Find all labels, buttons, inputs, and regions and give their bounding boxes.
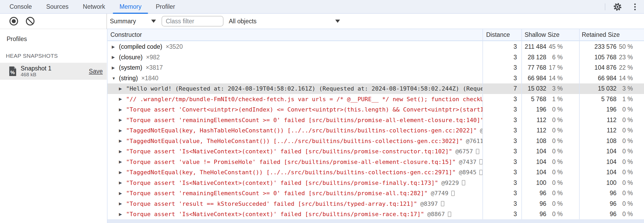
instance-count: ×1840	[141, 75, 159, 82]
distance-cell: 3	[482, 146, 521, 157]
table-row[interactable]: ▶"Torque assert 'remainingElementsCount …	[108, 188, 644, 199]
shallow-size-value: 77 768	[528, 64, 546, 71]
more-options-kebab-icon[interactable]	[630, 2, 640, 12]
object-link-icon[interactable]	[476, 149, 479, 154]
table-row[interactable]: ▶"Torque assert 'Convert<uintptr>(endInd…	[108, 104, 644, 115]
tab-network[interactable]: Network	[76, 0, 112, 13]
chevron-collapsed-icon[interactable]: ▶	[119, 86, 126, 91]
constructor-cell: ▶(closure)×982	[108, 52, 482, 63]
retained-size-value: 96	[610, 200, 616, 207]
table-row[interactable]: ▶"TaggedNotEqual(key, TheHoleConstant())…	[108, 167, 644, 178]
shallow-size-percent: 0 %	[546, 211, 563, 218]
column-separator[interactable]	[482, 29, 483, 223]
chevron-collapsed-icon[interactable]: ▶	[119, 212, 126, 217]
retained-size-percent: 0 %	[616, 127, 633, 134]
column-header-constructor[interactable]: Constructor	[108, 31, 482, 38]
retained-size-value: 100	[606, 179, 616, 186]
chevron-collapsed-icon[interactable]: ▶	[119, 139, 126, 143]
record-heap-snapshot-icon[interactable]	[8, 16, 19, 26]
table-row[interactable]: ▶"TaggedNotEqual(key, HashTableHoleConst…	[108, 125, 644, 136]
retained-size-value: 104 876	[594, 64, 616, 71]
object-link-icon[interactable]	[479, 170, 482, 175]
shallow-size-percent: 3 %	[546, 85, 563, 92]
object-link-icon[interactable]	[441, 201, 444, 206]
chevron-collapsed-icon[interactable]: ▶	[119, 191, 126, 196]
table-row[interactable]: ▶"// .wrangler/tmp/bundle-FmNIt0/checked…	[108, 94, 644, 105]
table-row[interactable]: ▶(closure)×982328 1286 %105 76823 %	[108, 52, 644, 63]
table-row[interactable]: ▶"Torque assert 'Is<NativeContext>(conte…	[108, 178, 644, 188]
table-row[interactable]: ▶"Hello world! (Requested at: 2024-08-19…	[108, 83, 644, 94]
column-header-shallow-size[interactable]: Shallow Size	[521, 31, 579, 38]
shallow-size-percent: 0 %	[546, 179, 563, 186]
chevron-collapsed-icon[interactable]: ▶	[119, 107, 126, 112]
string-value: "Torque assert 'Is<NativeContext>(contex…	[126, 211, 424, 217]
table-row[interactable]: ▶"Torque assert 'remainingElementsCount …	[108, 115, 644, 126]
shallow-size-value: 211 484	[525, 43, 546, 50]
retained-size-value: 96	[610, 211, 616, 218]
distance-cell: 3	[482, 136, 521, 146]
constructor-name: (string)	[119, 75, 138, 82]
retained-size-cell: 1040 %	[579, 157, 644, 167]
horizontal-scrollbar-track[interactable]	[108, 219, 644, 223]
perspective-select[interactable]: Summary	[110, 18, 158, 25]
table-row[interactable]: ▶(compiled code)×35203211 48445 %233 576…	[108, 42, 644, 52]
table-row[interactable]: ▶"TaggedNotEqual(value, TheHoleConstant(…	[108, 136, 644, 146]
heap-snapshot-file-icon: %	[8, 66, 17, 77]
column-separator[interactable]	[521, 29, 522, 223]
table-row[interactable]: ▶"Torque assert 'result == kStoreSuccede…	[108, 199, 644, 209]
settings-gear-icon[interactable]	[612, 2, 623, 12]
chevron-expanded-icon[interactable]: ▼	[112, 76, 119, 81]
profiles-toolbar	[0, 14, 107, 29]
shallow-size-value: 196	[536, 106, 546, 113]
retained-size-percent: 0 %	[616, 190, 633, 197]
chevron-collapsed-icon[interactable]: ▶	[112, 44, 119, 49]
column-header-distance[interactable]: Distance	[482, 31, 521, 38]
retained-size-cell: 105 76823 %	[579, 52, 644, 63]
retained-size-value: 5 768	[601, 96, 616, 103]
chevron-collapsed-icon[interactable]: ▶	[119, 201, 126, 206]
save-snapshot-link[interactable]: Save	[89, 68, 103, 75]
table-row[interactable]: ▼(string)×1840366 98414 %66 98414 %	[108, 73, 644, 84]
shallow-size-value: 96	[539, 200, 546, 207]
table-row[interactable]: ▶(system)×3817377 76817 %104 87622 %	[108, 63, 644, 73]
shallow-size-cell: 1960 %	[521, 104, 579, 115]
objects-scope-select[interactable]: All objects	[229, 18, 343, 25]
clear-profiles-icon[interactable]	[25, 16, 35, 26]
sidebar-item-snapshot-1[interactable]: % Snapshot 1 468 kB Save	[0, 63, 107, 80]
chevron-collapsed-icon[interactable]: ▶	[119, 118, 126, 122]
tab-sources[interactable]: Sources	[39, 0, 75, 13]
column-header-retained-size[interactable]: Retained Size	[579, 31, 644, 38]
object-link-icon[interactable]	[479, 159, 482, 164]
table-row[interactable]: ▶"Torque assert 'value != PromiseHole' f…	[108, 157, 644, 167]
tab-console[interactable]: Console	[3, 0, 38, 13]
table-row[interactable]: ▶"Torque assert 'Is<NativeContext>(conte…	[108, 146, 644, 157]
table-row[interactable]: ▶"Torque assert 'Is<NativeContext>(conte…	[108, 209, 644, 220]
object-id: @8397	[420, 200, 438, 207]
shallow-size-value: 66 984	[528, 75, 546, 82]
retained-size-percent: 50 %	[616, 43, 633, 50]
distance-cell: 3	[482, 94, 521, 105]
chevron-collapsed-icon[interactable]: ▶	[119, 149, 126, 154]
view-toolbar: Summary All objects	[107, 14, 644, 29]
class-filter-input[interactable]	[162, 16, 223, 26]
retained-size-cell: 1000 %	[579, 178, 644, 188]
constructor-name: (system)	[119, 64, 142, 71]
chevron-collapsed-icon[interactable]: ▶	[112, 65, 119, 70]
chevron-collapsed-icon[interactable]: ▶	[119, 159, 126, 164]
string-value: "Torque assert 'remainingElementsCount >…	[126, 117, 482, 123]
snapshot-size: 468 kB	[21, 72, 89, 77]
object-link-icon[interactable]	[451, 191, 455, 196]
chevron-collapsed-icon[interactable]: ▶	[119, 128, 126, 133]
object-link-icon[interactable]	[448, 212, 451, 217]
tab-memory[interactable]: Memory	[113, 0, 148, 13]
shallow-size-value: 96	[539, 211, 546, 218]
chevron-collapsed-icon[interactable]: ▶	[119, 170, 126, 175]
tab-profiler[interactable]: Profiler	[149, 0, 182, 13]
chevron-collapsed-icon[interactable]: ▶	[119, 97, 126, 101]
shallow-size-value: 112	[536, 127, 546, 134]
chevron-collapsed-icon[interactable]: ▶	[112, 55, 119, 60]
object-link-icon[interactable]	[462, 180, 465, 185]
chevron-collapsed-icon[interactable]: ▶	[119, 180, 126, 185]
column-separator[interactable]	[579, 29, 580, 223]
retained-size-cell: 1040 %	[579, 167, 644, 178]
